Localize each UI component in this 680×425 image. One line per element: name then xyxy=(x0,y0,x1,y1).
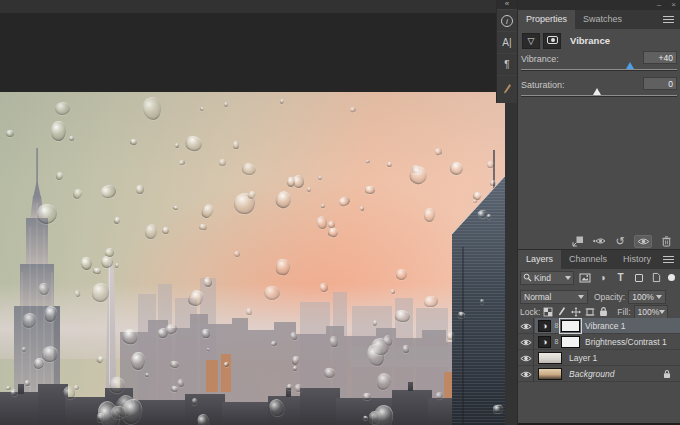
saturation-slider-thumb[interactable] xyxy=(593,88,601,95)
saturation-slider-track[interactable] xyxy=(521,95,677,96)
visibility-eye-icon[interactable] xyxy=(518,350,534,366)
filter-smart-objects-icon[interactable] xyxy=(649,271,664,285)
visibility-eye-icon[interactable] xyxy=(518,318,534,334)
character-panel-icon[interactable]: A| xyxy=(497,31,517,53)
lock-pixels-icon[interactable] xyxy=(555,306,568,318)
filter-kind-dropdown[interactable]: Kind xyxy=(520,271,574,285)
rain-droplets-overlay xyxy=(0,92,505,425)
brush-panel-icon[interactable] xyxy=(497,75,517,97)
lock-row: Lock: Fill: 100% xyxy=(518,305,680,318)
mask-link-icon[interactable]: 8 xyxy=(553,338,560,345)
opacity-value: 100% xyxy=(632,292,654,302)
layers-tabbar: Layers Channels History xyxy=(518,250,680,269)
vibrance-label: Vibrance: xyxy=(521,54,559,64)
layer-row-vibrance-1[interactable]: ◑ 8 Vibrance 1 xyxy=(518,318,680,334)
adjustment-title: Vibrance xyxy=(570,35,610,46)
pasteboard xyxy=(0,13,497,92)
chevron-down-icon xyxy=(565,276,571,280)
lock-artboard-icon[interactable] xyxy=(583,306,596,318)
fill-dropdown[interactable]: 100% xyxy=(634,305,668,319)
saturation-value-field[interactable]: 0 xyxy=(643,77,677,90)
panel-icon-dock: « i A| ¶ xyxy=(496,0,517,103)
opacity-dropdown[interactable]: 100% xyxy=(628,290,666,304)
layer-list: ◑ 8 Vibrance 1 ◑ 8 Brightness/Contrast 1 xyxy=(518,318,680,382)
layer-name: Vibrance 1 xyxy=(585,321,625,331)
visibility-eye-icon[interactable] xyxy=(518,334,534,350)
pasteboard-top-strip xyxy=(0,0,497,13)
layer-thumbnail[interactable] xyxy=(538,352,562,364)
brush-icon xyxy=(502,83,512,95)
delete-adjustment-icon[interactable] xyxy=(659,235,673,248)
tab-history[interactable]: History xyxy=(615,250,659,269)
layer-mask-thumbnail[interactable] xyxy=(561,320,580,332)
info-panel-icon[interactable]: i xyxy=(497,9,517,31)
blend-mode-dropdown[interactable]: Normal xyxy=(520,290,588,304)
saturation-label: Saturation: xyxy=(521,80,565,90)
fill-label: Fill: xyxy=(617,307,630,317)
filter-pixel-layers-icon[interactable] xyxy=(577,271,592,285)
adjustment-header: ▽ Vibrance xyxy=(518,29,680,52)
blend-mode-row: Normal Opacity: 100% xyxy=(518,288,680,305)
canvas-panel-divider xyxy=(505,103,517,425)
filter-type-layers-icon[interactable]: T xyxy=(613,271,628,285)
properties-footer: ↺ xyxy=(518,233,680,250)
vibrance-slider-thumb[interactable] xyxy=(626,62,634,69)
background-lock-icon xyxy=(663,369,671,379)
mask-icon xyxy=(547,36,558,44)
tab-layers[interactable]: Layers xyxy=(518,250,561,269)
fill-value: 100% xyxy=(638,307,660,317)
vibrance-value-field[interactable]: +40 xyxy=(643,51,677,64)
filter-toggle-icon[interactable] xyxy=(668,274,675,281)
close-icon[interactable]: × xyxy=(671,0,676,9)
tab-channels[interactable]: Channels xyxy=(561,250,615,269)
layer-mask-button[interactable] xyxy=(543,33,561,49)
panel-title-strip: – × xyxy=(518,0,680,10)
layers-filter-row: Kind ◑ T xyxy=(518,268,680,287)
vibrance-slider-track[interactable] xyxy=(521,69,677,70)
opacity-label: Opacity: xyxy=(594,292,625,302)
chevron-down-icon xyxy=(578,295,584,299)
visibility-eye-icon[interactable] xyxy=(518,366,534,382)
document-canvas[interactable] xyxy=(0,92,505,425)
adjustment-layer-thumbnail[interactable]: ◑ xyxy=(538,336,551,348)
layer-thumbnail[interactable] xyxy=(538,368,562,380)
lock-all-icon[interactable] xyxy=(597,306,610,318)
panel-column: – × Properties Swatches ▽ Vibrance Vibra… xyxy=(517,0,680,425)
layer-name: Background xyxy=(569,369,614,379)
layer-name: Layer 1 xyxy=(569,353,597,363)
lock-label: Lock: xyxy=(520,307,540,317)
layer-name: Brightness/Contrast 1 xyxy=(585,337,667,347)
view-previous-state-icon[interactable] xyxy=(592,235,606,248)
tab-properties[interactable]: Properties xyxy=(518,10,575,29)
filter-adjustment-layers-icon[interactable]: ◑ xyxy=(595,271,610,285)
vibrance-adjustment-icon[interactable]: ▽ xyxy=(522,33,540,49)
lock-position-icon[interactable] xyxy=(569,306,582,318)
adjustment-layer-thumbnail[interactable]: ◑ xyxy=(538,320,551,332)
collapse-panels-button[interactable]: « xyxy=(497,0,517,9)
blend-mode-value: Normal xyxy=(524,292,551,302)
saturation-slider-row: Saturation: 0 xyxy=(521,78,664,104)
chevron-down-icon xyxy=(656,295,662,299)
photoshop-window: « i A| ¶ – × Properties Swatches ▽ Vibra… xyxy=(0,0,680,425)
clip-to-layer-icon[interactable] xyxy=(571,235,585,248)
panel-menu-icon[interactable] xyxy=(663,16,674,23)
layers-panel-menu-icon[interactable] xyxy=(663,256,674,263)
tab-swatches[interactable]: Swatches xyxy=(575,10,630,29)
chevron-down-icon xyxy=(659,310,665,314)
layer-row-brightness-contrast-1[interactable]: ◑ 8 Brightness/Contrast 1 xyxy=(518,334,680,350)
minimize-icon[interactable]: – xyxy=(657,0,661,9)
layer-mask-thumbnail[interactable] xyxy=(561,336,580,348)
reset-adjustment-icon[interactable]: ↺ xyxy=(613,235,627,248)
filter-kind-label: Kind xyxy=(534,273,551,283)
mask-link-icon[interactable]: 8 xyxy=(553,322,560,329)
vibrance-slider-row: Vibrance: +40 xyxy=(521,52,664,78)
lock-transparency-icon[interactable] xyxy=(541,306,554,318)
search-icon xyxy=(523,273,532,282)
toggle-visibility-icon[interactable] xyxy=(634,235,652,248)
filter-shape-layers-icon[interactable] xyxy=(631,271,646,285)
paragraph-panel-icon[interactable]: ¶ xyxy=(497,53,517,75)
layer-row-layer-1[interactable]: Layer 1 xyxy=(518,350,680,366)
layer-row-background[interactable]: Background xyxy=(518,366,680,382)
properties-tabbar: Properties Swatches xyxy=(518,10,680,29)
